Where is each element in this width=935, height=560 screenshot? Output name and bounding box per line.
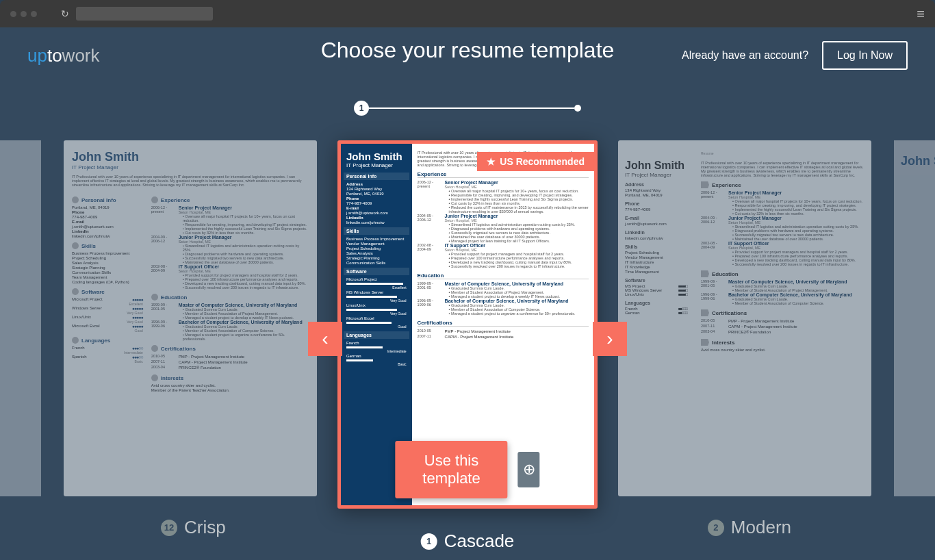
edge-card-right[interactable]: John Smith <box>894 140 935 496</box>
login-button[interactable]: Log In Now <box>822 41 908 70</box>
section-personal-info: Personal Info <box>72 196 143 203</box>
resume-summary: IT Professional with over 10 years of ex… <box>701 161 864 177</box>
dot[interactable] <box>21 11 27 17</box>
section-languages: Languages <box>72 337 143 344</box>
step-line <box>369 107 574 109</box>
section-education: Education <box>701 270 864 277</box>
dot[interactable] <box>10 11 16 17</box>
chevron-right-icon: › <box>606 328 613 350</box>
resume-name: John Smith <box>72 150 309 164</box>
menu-icon[interactable]: ≡ <box>917 6 925 22</box>
template-card-cascade[interactable]: ★US Recommended John Smith IT Project Ma… <box>337 140 598 509</box>
header: uptowork Choose your resume template Alr… <box>0 27 935 84</box>
resume-title: IT Project Manager <box>346 162 407 168</box>
account-prompt: Already have an account? <box>682 49 808 62</box>
use-template-button[interactable]: Use this template <box>395 441 507 498</box>
label-cascade: 1Cascade <box>421 531 515 552</box>
browser-chrome: ↻ ≡ <box>0 0 935 27</box>
section-skills: Skills <box>625 244 687 249</box>
section-languages: Languages <box>344 331 409 339</box>
window-controls <box>10 11 37 17</box>
label-modern: 2Modern <box>708 517 791 538</box>
section-software: Software <box>344 268 409 275</box>
section-education: Education <box>418 272 589 279</box>
app-area: uptowork Choose your resume template Alr… <box>0 27 935 560</box>
page-title: Choose your resume template <box>321 38 615 63</box>
star-icon: ★ <box>487 156 496 167</box>
section-skills: Skills <box>72 242 143 249</box>
zoom-button[interactable]: ⊕ <box>518 452 540 487</box>
resume-name: John Smith <box>346 151 407 162</box>
resume-name: John Smith <box>625 160 687 172</box>
section-experience: Experience <box>151 196 309 203</box>
step-end <box>574 105 581 112</box>
section-education: Education <box>151 294 309 301</box>
template-card-modern[interactable]: John Smith IT Project Manager Address 13… <box>618 140 871 496</box>
step-1: 1 <box>354 101 369 116</box>
section-experience: Experience <box>418 171 589 178</box>
resume-label: Resume <box>701 151 864 155</box>
resume-title: IT Project Manager <box>625 172 687 178</box>
zoom-in-icon: ⊕ <box>523 461 535 479</box>
section-interests: Interests <box>701 339 864 346</box>
next-button[interactable]: › <box>593 322 627 356</box>
edge-card-left[interactable] <box>0 140 41 496</box>
section-certs: Certifications <box>151 345 309 352</box>
cta-row: Use this template ⊕ <box>395 441 539 498</box>
section-software: Software <box>625 278 687 283</box>
recommended-badge: ★US Recommended <box>477 152 594 171</box>
section-personal-info: Personal Info <box>344 173 409 180</box>
prev-button[interactable]: ‹ <box>308 322 342 356</box>
section-software: Software <box>72 288 143 295</box>
url-bar[interactable] <box>76 7 213 21</box>
section-address: Address <box>625 182 687 187</box>
resume-title: IT Project Manager <box>72 164 309 170</box>
resume-summary: IT Professional with over 10 years of ex… <box>72 175 309 187</box>
label-crisp: 12Crisp <box>161 517 226 538</box>
template-card-crisp[interactable]: John Smith IT Project Manager IT Profess… <box>64 140 317 496</box>
progress-indicator: 1 <box>0 101 935 116</box>
section-skills: Skills <box>344 227 409 235</box>
reload-icon[interactable]: ↻ <box>61 8 69 19</box>
dot[interactable] <box>31 11 37 17</box>
chevron-left-icon: ‹ <box>322 328 328 350</box>
logo[interactable]: uptowork <box>27 45 100 66</box>
section-certs: Certifications <box>418 320 589 327</box>
section-experience: Experience <box>701 181 864 188</box>
section-interests: Interests <box>151 374 309 381</box>
section-certs: Certifications <box>701 309 864 316</box>
template-carousel: John Smith John Smith IT Project Manager… <box>0 140 935 517</box>
resume-name: John Smith <box>901 154 935 168</box>
section-languages: Languages <box>625 301 687 305</box>
